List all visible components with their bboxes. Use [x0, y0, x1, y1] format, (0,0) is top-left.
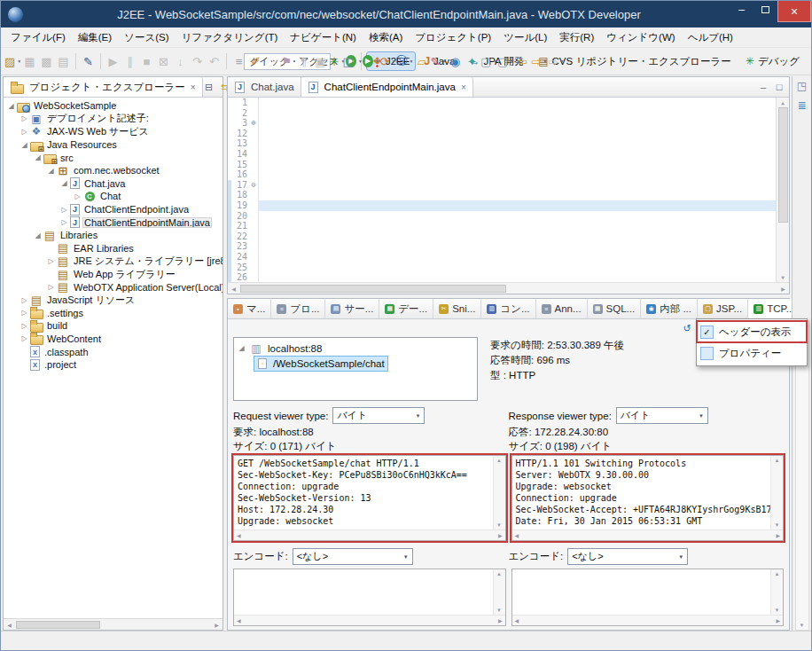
bottom-tab-markers[interactable]: ▪ マ...: [228, 299, 271, 318]
tree-expander-icon[interactable]: ◢: [20, 141, 29, 149]
tree-expander-icon[interactable]: ◢: [59, 179, 69, 187]
hscrollbar[interactable]: ◀▶: [234, 529, 505, 540]
suspend-button[interactable]: ∥: [121, 52, 138, 70]
minimize-button[interactable]: –: [730, 1, 753, 18]
toolbar-separator[interactable]: [75, 53, 76, 69]
open-type-button[interactable]: ▢ ▼: [480, 52, 497, 70]
monitor-request-row[interactable]: /WebSocketSample/chat: [237, 356, 474, 371]
pin-editor-button[interactable]: ⚑: [278, 52, 295, 70]
tree-item-classpath[interactable]: .classpath: [4, 345, 223, 358]
step-over-button[interactable]: ↷: [189, 52, 206, 70]
close-button[interactable]: ×: [777, 1, 811, 22]
step-into-button[interactable]: ↓: [172, 52, 189, 70]
show-selected-element-button[interactable]: ≡: [230, 52, 247, 70]
fold-marker-icon[interactable]: [249, 252, 259, 263]
maximize-view-button[interactable]: □: [773, 82, 785, 92]
tree-item-com-nec-websocket[interactable]: ◢ com.nec.websocket: [4, 164, 223, 177]
tree-expander-icon[interactable]: ◢: [6, 102, 16, 110]
fold-marker-icon[interactable]: [249, 231, 259, 242]
tree-expander-icon[interactable]: ▷: [73, 192, 82, 200]
toolbar-separator[interactable]: [100, 53, 101, 69]
tree-item-java-resources[interactable]: ◢ Java Resources: [4, 138, 223, 152]
block-selection-button[interactable]: ▣: [312, 52, 329, 70]
new-wizard-button[interactable]: ▨ ▼: [4, 52, 21, 70]
new-visual-class-button[interactable]: ✦: [464, 52, 480, 70]
tree-expander-icon[interactable]: ▷: [20, 322, 29, 330]
disconnect-button[interactable]: ⊠: [155, 52, 172, 70]
fold-marker-icon[interactable]: [249, 160, 259, 170]
editor-vscrollbar[interactable]: ▲ ▼: [776, 98, 789, 282]
internal-browser-button[interactable]: ◉: [447, 52, 464, 70]
menu-item[interactable]: 編集(E): [72, 28, 118, 47]
external-tools-button[interactable]: ⟳ ▼: [379, 52, 396, 70]
last-edit-location-button[interactable]: ✐: [247, 52, 264, 70]
tree-item-websocketsample[interactable]: ◢ WebSocketSample: [4, 99, 223, 113]
next-annotation-button[interactable]: ⇨ ▼: [548, 52, 565, 70]
bottom-tab-internal-browser[interactable]: ◉ 内部 ...: [641, 299, 698, 318]
menu-item[interactable]: プロジェクト(P): [409, 28, 497, 47]
editor-tab-chat-java[interactable]: Chat.java: [228, 77, 301, 97]
menu-item[interactable]: ナビゲート(N): [284, 28, 363, 47]
save-all-button[interactable]: ▩: [38, 52, 55, 70]
explorer-hscrollbar[interactable]: ◀ ▶: [4, 618, 223, 630]
fold-marker-icon[interactable]: ⊕: [249, 118, 259, 129]
close-tab-icon[interactable]: ×: [461, 82, 466, 92]
editor-tab-chatclientendpointmain-java[interactable]: ChatClientEndpointMain.java ×: [301, 77, 473, 97]
response-viewer-type-select[interactable]: バイト▼: [616, 407, 708, 424]
tree-expander-icon[interactable]: ◢: [33, 231, 43, 239]
scrollbar-thumb[interactable]: [778, 107, 788, 223]
tree-item-ear-libraries[interactable]: EAR Libraries: [4, 242, 223, 255]
tree-item-web-app-library[interactable]: Web App ライブラリー: [4, 268, 223, 281]
bottom-tab-snippets[interactable]: ✂ Sni...: [433, 299, 481, 318]
monitor-server-row[interactable]: ◢ localhost:88: [237, 341, 474, 356]
maximize-button[interactable]: [753, 1, 777, 18]
monitor-request-tree[interactable]: ◢ localhost:88 /WebSocketSample/chat: [233, 337, 478, 401]
vscrollbar[interactable]: ▲▼: [493, 569, 505, 615]
tree-expander-icon[interactable]: ▷: [20, 114, 29, 122]
restore-view-icon[interactable]: ◳: [797, 80, 807, 92]
hscrollbar[interactable]: ◀▶: [234, 615, 505, 625]
show-history-button[interactable]: ↺: [681, 323, 693, 334]
tree-item-chat-java[interactable]: ◢ Chat.java: [4, 177, 223, 191]
menu-item-properties[interactable]: プロパティー: [697, 342, 807, 364]
tree-expander-icon[interactable]: ▷: [46, 283, 56, 291]
tree-item-settings[interactable]: ▷ .settings: [4, 307, 223, 320]
tree-expander-icon[interactable]: ▷: [46, 257, 56, 265]
collapse-all-button[interactable]: ⊟: [203, 82, 215, 93]
request-body-text[interactable]: [234, 569, 493, 615]
step-return-button[interactable]: ↶: [206, 52, 223, 70]
fold-marker-icon[interactable]: [249, 221, 259, 231]
hscrollbar[interactable]: ◀▶: [512, 529, 784, 540]
fold-marker-icon[interactable]: ⊖: [249, 180, 259, 191]
tree-expander-icon[interactable]: ▷: [20, 334, 29, 342]
resume-button[interactable]: ▶: [105, 52, 121, 70]
tree-item-chat-class[interactable]: ▷ Chat: [4, 190, 223, 203]
request-viewer-type-select[interactable]: バイト▼: [332, 407, 425, 424]
mark-occurrences-button[interactable]: ✎: [80, 52, 97, 70]
fold-marker-icon[interactable]: [249, 149, 259, 160]
scroll-right-icon[interactable]: ▶: [777, 286, 789, 292]
fold-marker-icon[interactable]: [249, 129, 259, 139]
fold-marker-icon[interactable]: [249, 138, 259, 149]
tab-project-explorer[interactable]: プロジェクト・エクスプローラー ×: [4, 77, 203, 97]
save-button[interactable]: ▦: [21, 52, 38, 70]
fold-marker-icon[interactable]: [249, 108, 259, 119]
bottom-tab-jsp[interactable]: ▢ JSP...: [698, 299, 748, 318]
menu-item[interactable]: リファクタリング(T): [175, 28, 284, 47]
bottom-tab-properties[interactable]: ≡ プロ...: [271, 299, 325, 318]
menu-item[interactable]: 検索(A): [363, 28, 409, 47]
open-task-button[interactable]: ▢ ▼: [497, 52, 514, 70]
tree-expander-icon[interactable]: ◢: [237, 344, 246, 352]
scroll-up-icon[interactable]: ▲: [781, 99, 785, 106]
monitor-vscrollbar[interactable]: ▲▼: [795, 320, 809, 631]
tree-expander-icon[interactable]: ◢: [46, 167, 56, 175]
tree-item-chatclientendpoint-java[interactable]: ▷ ChatClientEndpoint.java: [4, 203, 223, 216]
print-button[interactable]: ▤: [55, 52, 72, 70]
tree-item-src[interactable]: ◢ src: [4, 151, 223, 164]
tree-expander-icon[interactable]: ▷: [20, 309, 29, 317]
fold-marker-icon[interactable]: [249, 200, 259, 211]
toolbar-gap[interactable]: [264, 52, 278, 70]
tree-item-webcontent[interactable]: ▷ WebContent: [4, 333, 223, 346]
scroll-down-icon[interactable]: ▼: [781, 274, 785, 280]
tree-item-javascript-resources[interactable]: ▷ JavaScript リソース: [4, 294, 223, 307]
